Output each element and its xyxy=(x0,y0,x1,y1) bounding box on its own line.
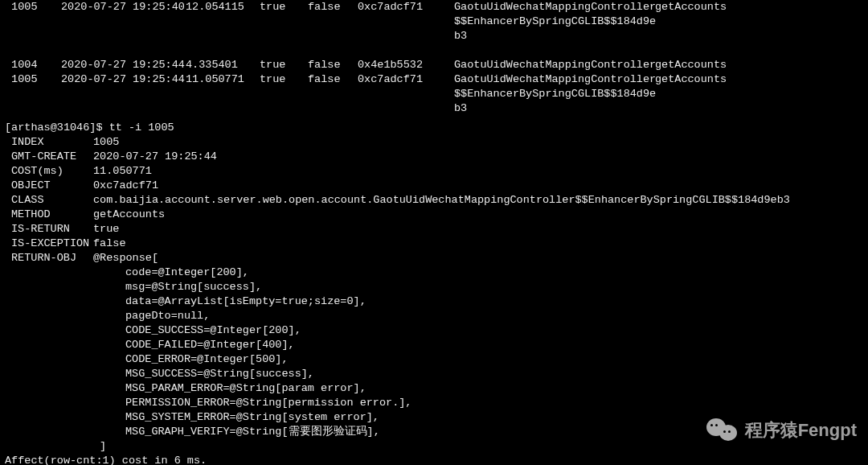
return-obj-line: data=@ArrayList[isEmpty=true;size=0], xyxy=(5,294,863,309)
return-obj-line: MSG_SYSTEM_ERROR=@String[system error], xyxy=(5,410,863,425)
return-obj-line: msg=@String[success], xyxy=(5,280,863,294)
table-row: 10052020-07-27 19:25:4411.050771truefals… xyxy=(5,72,863,87)
return-obj-line: CODE_FAILED=@Integer[400], xyxy=(5,338,863,352)
trace-table: 10052020-07-27 19:25:4012.054115truefals… xyxy=(5,0,863,116)
table-row-extra: b3 xyxy=(5,101,863,116)
prompt-user: [arthas@31046]$ xyxy=(5,121,109,135)
shell-prompt[interactable]: [arthas@31046]$ tt -i 1005 xyxy=(5,121,863,135)
return-obj-line: code=@Integer[200], xyxy=(5,265,863,280)
table-row-extra: $$EnhancerBySpringCGLIB$$184d9e xyxy=(5,87,863,101)
return-obj-line: PERMISSION_ERROR=@String[permission erro… xyxy=(5,396,863,410)
return-obj-line: MSG_PARAM_ERROR=@String[param error], xyxy=(5,381,863,396)
return-obj-line: MSG_SUCCESS=@String[success], xyxy=(5,367,863,381)
table-row-extra: $$EnhancerBySpringCGLIB$$184d9e xyxy=(5,14,863,29)
kv-cost: COST(ms)11.050771 xyxy=(5,164,863,179)
table-row: 10042020-07-27 19:25:444.335401truefalse… xyxy=(5,58,863,72)
prompt-command: tt -i 1005 xyxy=(109,121,174,135)
kv-return-obj: RETURN-OBJ@Response[ xyxy=(5,251,863,265)
return-obj-line: pageDto=null, xyxy=(5,309,863,323)
affect-footer: Affect(row-cnt:1) cost in 6 ms. xyxy=(5,454,863,465)
kv-object: OBJECT0xc7adcf71 xyxy=(5,179,863,193)
return-obj-line: CODE_SUCCESS=@Integer[200], xyxy=(5,323,863,338)
return-obj-close: ] xyxy=(5,439,863,454)
kv-method: METHODgetAccounts xyxy=(5,208,863,222)
return-obj-body: code=@Integer[200],msg=@String[success],… xyxy=(5,265,863,439)
table-row-extra: b3 xyxy=(5,29,863,43)
return-obj-line: CODE_ERROR=@Integer[500], xyxy=(5,352,863,367)
kv-index: INDEX1005 xyxy=(5,135,863,150)
table-row: 10052020-07-27 19:25:4012.054115truefals… xyxy=(5,0,863,14)
kv-class: CLASScom.baijia.account.server.web.open.… xyxy=(5,193,863,208)
kv-is-return: IS-RETURNtrue xyxy=(5,222,863,237)
kv-gmt-create: GMT-CREATE2020-07-27 19:25:44 xyxy=(5,150,863,164)
kv-is-exception: IS-EXCEPTIONfalse xyxy=(5,237,863,251)
return-obj-line: MSG_GRAPH_VERIFY=@String[需要图形验证码], xyxy=(5,425,863,439)
